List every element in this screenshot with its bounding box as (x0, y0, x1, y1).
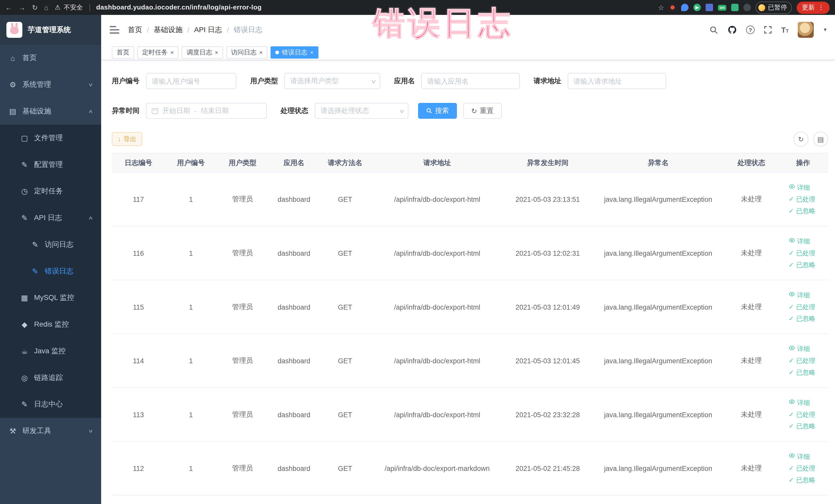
sidebar-item-8[interactable]: ✎错误日志 (0, 258, 101, 284)
cell-exception: java.lang.IllegalArgumentException (592, 172, 725, 226)
sidebar-item-14[interactable]: ⚒研发工具∨ (0, 418, 101, 444)
action-label: 已处理 (796, 301, 815, 313)
tab-4[interactable]: 错误日志× (271, 46, 319, 58)
ignored-link[interactable]: ✓已忽略 (789, 313, 815, 324)
ignored-link[interactable]: ✓已忽略 (789, 205, 815, 217)
cell-user_type: 管理员 (217, 334, 268, 388)
avatar[interactable] (798, 22, 814, 38)
chevron-down-icon: ∨ (370, 78, 376, 84)
cell-actions: 详细✓已处理✓已忽略 (778, 388, 828, 442)
sidebar-item-12[interactable]: ◎链路追踪 (0, 364, 101, 391)
tab-1[interactable]: 定时任务× (137, 46, 179, 58)
column-header: 用户类型 (217, 153, 268, 173)
sidebar-item-13[interactable]: ✎日志中心 (0, 391, 101, 418)
app-logo[interactable]: 芋道管理系统 (0, 15, 101, 45)
search-button[interactable]: 搜索 (418, 103, 457, 119)
collapse-sidebar-icon[interactable] (109, 26, 119, 34)
table-toolbar: ↓ 导出 ↻ ▤ (112, 132, 828, 147)
extension-icon[interactable]: ▶ (694, 4, 701, 11)
detail-link[interactable]: 详细 (789, 236, 815, 247)
process-status-label: 处理状态 (281, 106, 308, 116)
breadcrumb-item[interactable]: 基础设施 (154, 25, 183, 35)
processed-link[interactable]: ✓已处理 (789, 409, 815, 421)
processed-link[interactable]: ✓已处理 (789, 462, 815, 474)
user-id-input[interactable] (146, 73, 237, 89)
search-icon[interactable] (709, 25, 718, 35)
check-icon: ✓ (789, 259, 794, 270)
eye-icon (789, 343, 795, 355)
sidebar-item-5[interactable]: ◷定时任务 (0, 178, 101, 205)
address-bar[interactable]: dashboard.yudao.iocoder.cn/infra/log/api… (96, 4, 262, 11)
ignored-link[interactable]: ✓已忽略 (789, 420, 815, 432)
close-icon[interactable]: × (259, 49, 263, 55)
sidebar-item-label: 基础设施 (22, 106, 51, 116)
column-settings-button[interactable]: ▤ (813, 132, 828, 147)
processed-link[interactable]: ✓已处理 (789, 193, 815, 205)
extension-icon[interactable] (706, 4, 713, 11)
sidebar-item-2[interactable]: ▤基础设施∧ (0, 98, 101, 125)
refresh-table-button[interactable]: ↻ (793, 132, 808, 147)
sidebar-item-0[interactable]: ⌂首页 (0, 45, 101, 72)
breadcrumb-item[interactable]: 首页 (128, 25, 142, 35)
cell-id: 114 (112, 334, 165, 388)
detail-link[interactable]: 详细 (789, 182, 815, 194)
processed-link[interactable]: ✓已处理 (789, 355, 815, 367)
bookmark-star-icon[interactable]: ☆ (658, 3, 664, 11)
help-icon[interactable]: ? (746, 26, 755, 34)
detail-link[interactable]: 详细 (789, 343, 815, 355)
sidebar-item-11[interactable]: ☕Java 监控 (0, 338, 101, 365)
detail-link[interactable]: 详细 (789, 289, 815, 301)
tab-0[interactable]: 首页 (112, 46, 134, 58)
ignored-link[interactable]: ✓已忽略 (789, 474, 815, 486)
sidebar-item-10[interactable]: ◆Redis 监控 (0, 311, 101, 338)
tab-2[interactable]: 调度日志× (182, 46, 223, 58)
app-name-input[interactable] (421, 73, 520, 89)
sidebar-item-4[interactable]: ✎配置管理 (0, 151, 101, 178)
error-log-icon: ✎ (31, 267, 39, 276)
close-icon[interactable]: × (215, 49, 218, 55)
close-icon[interactable]: × (170, 49, 174, 55)
export-button[interactable]: ↓ 导出 (112, 132, 142, 146)
sidebar-item-9[interactable]: ▦MySQL 监控 (0, 284, 101, 311)
site-security[interactable]: ⚠ 不安全 (55, 3, 83, 12)
forward-icon[interactable]: → (19, 3, 26, 11)
close-icon[interactable]: × (310, 49, 313, 55)
github-icon[interactable] (728, 25, 737, 35)
sidebar-item-6[interactable]: ✎API 日志∧ (0, 205, 101, 231)
extension-icon[interactable] (681, 4, 689, 11)
refresh-icon[interactable]: ↻ (32, 3, 38, 11)
detail-link[interactable]: 详细 (789, 397, 815, 409)
back-icon[interactable]: ← (5, 3, 12, 11)
update-button[interactable]: 更新 ⋮ (797, 1, 830, 14)
process-status-select[interactable]: 请选择处理状态 ∨ (315, 103, 408, 119)
sidebar-item-label: 文件管理 (34, 133, 63, 143)
font-size-icon[interactable]: TT (781, 26, 789, 34)
sidebar-item-3[interactable]: ▢文件管理 (0, 125, 101, 152)
breadcrumb-item[interactable]: API 日志 (194, 25, 222, 35)
cell-time: 2021-05-03 23:13:51 (504, 172, 592, 226)
extension-icon[interactable] (731, 4, 738, 11)
processed-link[interactable]: ✓已处理 (789, 247, 815, 259)
search-icon (426, 107, 432, 114)
fullscreen-icon[interactable] (763, 26, 772, 34)
extension-icon[interactable] (669, 4, 676, 11)
extension-on-badge[interactable]: on (718, 5, 727, 11)
extension-icon[interactable] (744, 4, 751, 11)
ignored-link[interactable]: ✓已忽略 (789, 367, 815, 379)
reset-button[interactable]: ↻ 重置 (463, 103, 502, 119)
date-range-picker[interactable]: 开始日期 - 结束日期 (146, 103, 267, 119)
ignored-link[interactable]: ✓已忽略 (789, 259, 815, 270)
detail-link[interactable]: 详细 (789, 451, 815, 463)
user-type-select[interactable]: 请选择用户类型 ∨ (284, 73, 380, 89)
sidebar-item-1[interactable]: ⚙系统管理∨ (0, 72, 101, 98)
cell-user_id: 1 (165, 172, 217, 226)
user-type-label: 用户类型 (250, 76, 278, 86)
paused-badge[interactable]: 已暂停 (756, 1, 792, 14)
chevron-down-icon[interactable]: ▼ (823, 27, 828, 33)
processed-link[interactable]: ✓已处理 (789, 301, 815, 313)
api-log-icon: ✎ (20, 214, 29, 222)
sidebar-item-7[interactable]: ✎访问日志 (0, 231, 101, 258)
tab-3[interactable]: 访问日志× (226, 46, 267, 58)
request-url-input[interactable] (568, 73, 666, 89)
home-icon[interactable]: ⌂ (44, 3, 48, 11)
